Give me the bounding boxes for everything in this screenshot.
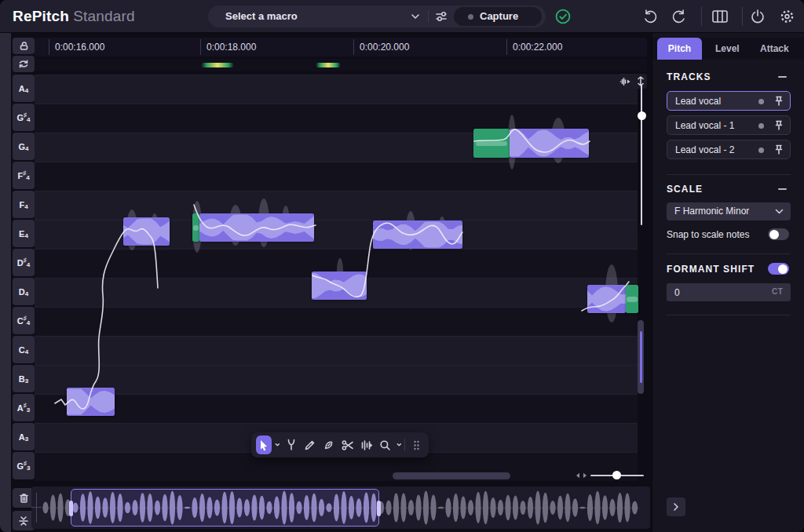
tab-attack[interactable]: Attack bbox=[760, 43, 789, 54]
pitch-row[interactable] bbox=[35, 307, 638, 336]
undo-icon[interactable] bbox=[642, 9, 659, 24]
track-dot-icon[interactable] bbox=[758, 123, 764, 129]
pitch-row[interactable] bbox=[35, 75, 638, 104]
selection-handle-left[interactable] bbox=[69, 501, 73, 516]
scale-collapse-button[interactable] bbox=[778, 188, 787, 190]
tab-level[interactable]: Level bbox=[715, 43, 740, 54]
zoom-tool-chevron-icon[interactable] bbox=[397, 443, 402, 447]
scale-select[interactable]: F Harmonic Minor bbox=[667, 202, 791, 220]
note-label-ds4[interactable]: D♯4 bbox=[13, 249, 35, 276]
track-row-lead-vocal-1[interactable]: Lead vocal - 1 bbox=[667, 115, 791, 135]
pencil-tool[interactable] bbox=[302, 435, 318, 454]
snap-toggle[interactable] bbox=[768, 228, 789, 240]
drag-handle-icon bbox=[413, 440, 420, 450]
pin-icon[interactable] bbox=[774, 144, 784, 155]
timeline-ruler[interactable]: 0:00:16.000 0:00:18.000 0:00:20.000 0:00… bbox=[35, 38, 647, 56]
note-label-a3[interactable]: A3 bbox=[13, 423, 35, 450]
zoom-tool-icon bbox=[379, 439, 391, 451]
note-block[interactable] bbox=[373, 220, 462, 249]
view-options bbox=[617, 74, 647, 89]
zoom-tool[interactable] bbox=[378, 435, 393, 454]
note-block-captured[interactable] bbox=[626, 285, 638, 313]
note-label-gs3[interactable]: G♯3 bbox=[13, 452, 35, 479]
pitch-row[interactable] bbox=[35, 336, 638, 365]
note-block[interactable] bbox=[123, 217, 170, 246]
repitch-window: RePitchStandard Select a macro Capture bbox=[0, 0, 804, 532]
macro-select[interactable]: Select a macro bbox=[208, 5, 428, 27]
chevron-right-icon bbox=[673, 502, 679, 512]
note-label-as3[interactable]: A♯3 bbox=[13, 394, 35, 421]
macro-select-label: Select a macro bbox=[225, 10, 298, 22]
nib-tool[interactable] bbox=[321, 435, 337, 454]
note-block[interactable] bbox=[312, 271, 367, 300]
time-label: 0:00:20.000 bbox=[360, 42, 409, 53]
track-dot-icon[interactable] bbox=[758, 148, 764, 153]
select-tool-chevron-icon[interactable] bbox=[275, 443, 280, 447]
ruler-tick bbox=[200, 39, 201, 55]
tab-pitch[interactable]: Pitch bbox=[657, 38, 702, 60]
trash-icon bbox=[19, 493, 29, 504]
formant-toggle[interactable] bbox=[768, 263, 789, 275]
note-label-gs4[interactable]: G♯4 bbox=[13, 104, 35, 131]
left-edge-strip bbox=[0, 33, 11, 532]
gear-icon[interactable] bbox=[779, 9, 795, 24]
warp-tool[interactable] bbox=[359, 435, 375, 454]
pitch-row[interactable] bbox=[35, 394, 638, 423]
note-label-d4[interactable]: D4 bbox=[13, 278, 35, 305]
track-dot-icon[interactable] bbox=[758, 99, 764, 104]
divider bbox=[404, 439, 405, 451]
note-block[interactable] bbox=[587, 285, 626, 313]
note-label-b3[interactable]: B3 bbox=[13, 365, 35, 392]
track-row-lead-vocal[interactable]: Lead vocal bbox=[667, 91, 791, 111]
capture-button[interactable]: Capture bbox=[454, 7, 542, 26]
h-resize-icon[interactable] bbox=[576, 471, 587, 480]
note-block[interactable] bbox=[510, 129, 589, 158]
pitch-row[interactable] bbox=[35, 191, 638, 220]
macro-settings-icon[interactable] bbox=[435, 10, 448, 23]
vertical-scrollbar[interactable] bbox=[638, 320, 644, 394]
note-label-fs4[interactable]: F♯4 bbox=[13, 162, 35, 189]
waveform-overview[interactable] bbox=[31, 486, 650, 529]
ruler-tick bbox=[49, 39, 49, 55]
note-label-a4[interactable]: A4 bbox=[13, 75, 35, 102]
fork-tool[interactable] bbox=[283, 435, 299, 454]
note-label-f4[interactable]: F4 bbox=[13, 191, 35, 218]
horizontal-scrollbar[interactable] bbox=[393, 472, 510, 479]
time-label: 0:00:22.000 bbox=[513, 42, 562, 53]
h-zoom-knob[interactable] bbox=[612, 471, 621, 479]
note-label-e4[interactable]: E4 bbox=[13, 220, 35, 247]
overview-selection[interactable] bbox=[71, 489, 379, 527]
pencil-tool-icon bbox=[304, 439, 316, 451]
note-label-g4[interactable]: G4 bbox=[13, 133, 35, 160]
selection-handle-right[interactable] bbox=[377, 501, 381, 516]
pin-icon[interactable] bbox=[774, 120, 784, 131]
columns-icon[interactable] bbox=[711, 9, 729, 24]
note-block[interactable] bbox=[199, 213, 314, 242]
panel-expand-button[interactable] bbox=[667, 497, 685, 516]
power-icon[interactable] bbox=[750, 9, 766, 24]
scissors-tool[interactable] bbox=[340, 435, 356, 454]
loop-button[interactable] bbox=[13, 56, 35, 72]
pitch-row[interactable] bbox=[35, 162, 638, 191]
note-label-cs4[interactable]: C♯4 bbox=[13, 307, 35, 334]
scale-value: F Harmonic Minor bbox=[674, 206, 749, 217]
note-label-c4[interactable]: C4 bbox=[13, 336, 35, 363]
select-tool[interactable] bbox=[256, 435, 272, 454]
level-lane bbox=[35, 59, 647, 71]
vertical-zoom-slider[interactable] bbox=[641, 84, 642, 225]
vertical-zoom-knob[interactable] bbox=[638, 111, 646, 120]
pitch-row[interactable] bbox=[35, 365, 638, 394]
follow-icon[interactable] bbox=[619, 77, 631, 86]
capture-label: Capture bbox=[480, 10, 518, 22]
toolbar-drag-handle[interactable] bbox=[408, 435, 424, 454]
note-block-captured[interactable] bbox=[473, 129, 510, 158]
redo-icon[interactable] bbox=[671, 9, 687, 24]
loop-icon bbox=[18, 59, 29, 69]
track-row-lead-vocal-2[interactable]: Lead vocal - 2 bbox=[667, 140, 791, 159]
note-block[interactable] bbox=[67, 388, 115, 416]
note-block-captured[interactable] bbox=[192, 213, 199, 242]
lock-button[interactable] bbox=[13, 38, 35, 54]
select-tool-icon bbox=[258, 439, 269, 451]
tracks-collapse-button[interactable] bbox=[778, 76, 787, 78]
pin-icon[interactable] bbox=[774, 96, 784, 107]
